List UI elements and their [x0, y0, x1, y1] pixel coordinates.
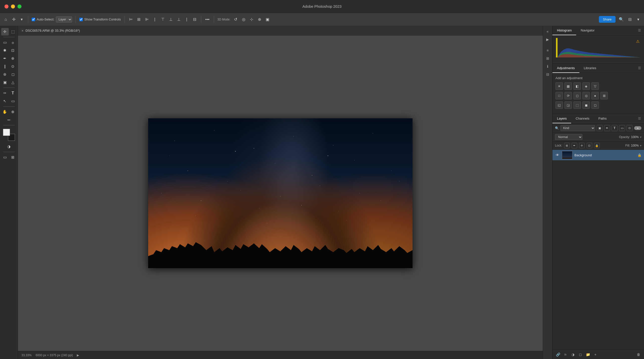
- layer-mask-btn[interactable]: ◑: [570, 351, 576, 357]
- zoom-tool[interactable]: ⊕: [9, 108, 17, 116]
- tab-libraries[interactable]: Libraries: [580, 64, 601, 73]
- 3d-rotate-icon[interactable]: ↺: [233, 17, 238, 22]
- hand-tool[interactable]: ✋: [1, 108, 9, 116]
- foreground-color-swatch[interactable]: [3, 129, 10, 136]
- align-right-icon[interactable]: ⊫: [144, 17, 150, 22]
- tab-navigator[interactable]: Navigator: [576, 26, 599, 35]
- close-button[interactable]: [4, 5, 8, 9]
- status-arrow[interactable]: ▶: [77, 353, 79, 357]
- layer-link-btn[interactable]: 🔗: [555, 351, 561, 357]
- layer-new-btn[interactable]: +: [592, 351, 598, 357]
- search-icon[interactable]: 🔍: [618, 17, 624, 22]
- adj-colorbalance-btn[interactable]: ⟳: [564, 92, 572, 99]
- filter-adjustment-btn[interactable]: ✒: [604, 125, 610, 131]
- shape-tool[interactable]: ▭: [9, 97, 17, 105]
- opacity-value[interactable]: 100%: [631, 135, 639, 139]
- screen-mode-btn[interactable]: ▭: [1, 154, 9, 161]
- adj-threshold-btn[interactable]: ⬚: [574, 101, 581, 109]
- mini-layers-btn[interactable]: ≡: [544, 47, 551, 54]
- layer-fx-btn[interactable]: fx: [562, 351, 568, 357]
- mini-extra-btn[interactable]: ⊟: [544, 71, 551, 78]
- tab-adjustments[interactable]: Adjustments: [552, 64, 580, 73]
- adj-curves-btn[interactable]: ◧: [574, 82, 581, 90]
- more-options-icon[interactable]: •••: [205, 17, 210, 22]
- quick-select-tool[interactable]: ✱: [1, 47, 9, 54]
- adj-channelmixer-btn[interactable]: ●: [591, 92, 599, 99]
- 3d-camera-icon[interactable]: ▣: [265, 17, 270, 22]
- more-tools-btn[interactable]: •••: [5, 116, 13, 124]
- lasso-tool[interactable]: ⌾: [9, 39, 17, 46]
- home-icon[interactable]: ⌂: [3, 17, 8, 22]
- fullscreen-btn[interactable]: ⊞: [9, 154, 17, 161]
- brush-tool[interactable]: ∥: [1, 63, 9, 70]
- adj-exposure-btn[interactable]: ◈: [582, 82, 590, 90]
- minimize-button[interactable]: [11, 5, 15, 9]
- layer-item-background[interactable]: 👁 Background 🔒: [552, 150, 644, 160]
- lock-position-btn[interactable]: ✢: [579, 143, 585, 148]
- filter-smart-btn[interactable]: ⊙: [626, 125, 632, 131]
- layer-visibility-eye[interactable]: 👁: [555, 153, 560, 158]
- workspace-icon[interactable]: ⊟: [627, 17, 632, 22]
- eraser-tool[interactable]: ◻: [9, 71, 17, 78]
- canvas-close-btn[interactable]: ×: [22, 29, 24, 33]
- filter-shape-btn[interactable]: ▭: [619, 125, 625, 131]
- adj-colorlookup-btn[interactable]: ⊞: [600, 92, 608, 99]
- histogram-menu-btn[interactable]: ☰: [635, 26, 644, 35]
- tab-layers[interactable]: Layers: [552, 114, 571, 123]
- layer-group-btn[interactable]: 📁: [585, 351, 591, 357]
- adj-bw-btn[interactable]: ◻: [574, 92, 581, 99]
- mini-info-btn[interactable]: ℹ: [544, 63, 551, 70]
- align-bottom-icon[interactable]: ⊥: [176, 17, 182, 22]
- filter-text-btn[interactable]: T: [612, 125, 618, 131]
- auto-select-checkbox[interactable]: [32, 18, 35, 21]
- adj-posterize-btn[interactable]: ◲: [564, 101, 572, 109]
- align-top-icon[interactable]: ⊤: [160, 17, 166, 22]
- blend-mode-select[interactable]: Normal: [555, 134, 582, 140]
- pen-tool[interactable]: ✑: [1, 89, 9, 97]
- adj-brightness-btn[interactable]: ☀: [556, 82, 563, 90]
- crop-tool[interactable]: ⊡: [9, 47, 17, 54]
- adj-photfilter-btn[interactable]: ◎: [582, 92, 590, 99]
- clone-stamp-tool[interactable]: ⊙: [9, 63, 17, 70]
- lock-pixels-btn[interactable]: ⊞: [564, 143, 570, 148]
- distribute-icon[interactable]: ⊟: [192, 17, 198, 22]
- layers-filter-select[interactable]: Kind: [560, 125, 595, 131]
- text-tool[interactable]: T: [9, 89, 17, 97]
- align-center-h-icon[interactable]: ⊞: [136, 17, 142, 22]
- 3d-pan-icon[interactable]: ⊹: [249, 17, 254, 22]
- artboard-tool[interactable]: ⬚: [9, 28, 17, 36]
- adj-invert-btn[interactable]: ◱: [556, 101, 563, 109]
- lock-paintbrush-btn[interactable]: ✒: [572, 143, 577, 148]
- quick-mask-tool[interactable]: ◑: [5, 143, 13, 150]
- mini-adjust-btn[interactable]: ⊞: [544, 55, 551, 62]
- layer-delete-btn[interactable]: 🗑: [636, 351, 642, 357]
- tab-histogram[interactable]: Histogram: [552, 26, 576, 35]
- fill-value[interactable]: 100%: [631, 144, 639, 147]
- 3d-orbit-icon[interactable]: ◎: [241, 17, 246, 22]
- arrange-icon[interactable]: ▾: [636, 17, 641, 22]
- lock-artboard-btn[interactable]: ⊡: [587, 143, 592, 148]
- canvas-tab-title[interactable]: DSC00579.ARW @ 33.3% (RGB/16*): [26, 29, 80, 33]
- history-brush-tool[interactable]: ⊛: [1, 71, 9, 78]
- adj-selective-color-btn[interactable]: ◻: [591, 101, 599, 109]
- gradient-tool[interactable]: ▣: [1, 79, 9, 86]
- marquee-tool[interactable]: ▭: [1, 39, 9, 46]
- adj-hsl-btn[interactable]: □: [556, 92, 563, 99]
- lock-all-btn[interactable]: 🔒: [594, 143, 600, 148]
- layers-menu-btn[interactable]: ☰: [635, 114, 644, 123]
- healing-tool[interactable]: ⊕: [9, 55, 17, 62]
- align-middle-v-icon[interactable]: ⊥: [168, 17, 174, 22]
- dodge-tool[interactable]: △: [9, 79, 17, 86]
- path-select-tool[interactable]: ↖: [1, 97, 9, 105]
- layer-adjustment-btn[interactable]: ◻: [578, 351, 584, 357]
- transform-controls-checkbox[interactable]: [79, 18, 83, 21]
- move-tool-icon[interactable]: ✢: [11, 17, 16, 22]
- move-tool[interactable]: ✢: [1, 28, 9, 36]
- adj-gradient-map-btn[interactable]: ◼: [582, 101, 590, 109]
- layer-select[interactable]: Layer: [56, 17, 72, 23]
- adj-vibrance-btn[interactable]: ▽: [591, 82, 599, 90]
- filter-active-toggle[interactable]: ●: [634, 126, 642, 130]
- maximize-button[interactable]: [18, 5, 22, 9]
- tab-channels[interactable]: Channels: [571, 114, 594, 123]
- 3d-walk-icon[interactable]: ⊕: [257, 17, 262, 22]
